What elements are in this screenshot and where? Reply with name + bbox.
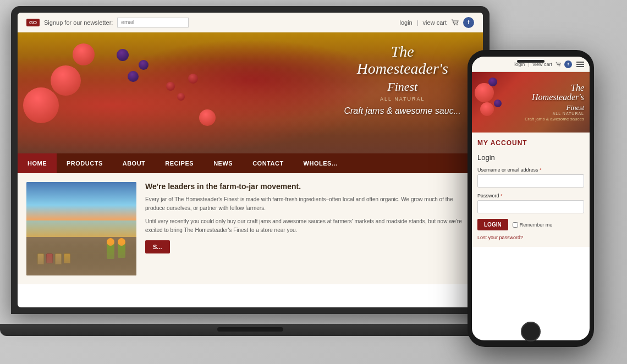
site-content: We're leaders in the farm-to-jar movemen… (18, 173, 483, 284)
site-hero: The Homesteader's Finest ALL NATURAL Cra… (18, 32, 483, 153)
site-nav: HOME PRODUCTS ABOUT RECIPES NEWS CONTACT… (18, 153, 483, 173)
go-button[interactable]: GO (26, 19, 40, 26)
phone-berry (488, 78, 497, 86)
berry-decoration (177, 93, 185, 101)
content-para2: Until very recently you could only buy o… (145, 217, 474, 235)
phone-berry (480, 102, 494, 116)
hamburger-menu[interactable] (575, 60, 585, 68)
phone-berry (494, 100, 502, 107)
berry-decoration (128, 71, 139, 82)
topbar-left: GO Signup for our newsletter: (26, 18, 189, 27)
berry-decoration (166, 82, 175, 91)
username-input[interactable] (477, 174, 584, 187)
berry-decoration (51, 65, 81, 96)
nav-products[interactable]: PRODUCTS (57, 153, 113, 173)
phone-device: login | view cart f (468, 50, 594, 347)
remember-checkbox[interactable] (513, 222, 518, 228)
laptop-body: GO Signup for our newsletter: login | vi… (11, 6, 490, 314)
topbar-right: login | view cart f (399, 17, 474, 28)
svg-point-0 (454, 24, 455, 25)
newsletter-label: Signup for our newsletter: (44, 19, 113, 26)
scene: GO Signup for our newsletter: login | vi… (11, 6, 616, 358)
account-title: MY ACCOUNT (477, 139, 584, 147)
newsletter-input[interactable] (117, 18, 189, 27)
phone-topbar: login | view cart f (472, 57, 590, 72)
nav-news[interactable]: NEWS (204, 153, 243, 173)
image-overlay (26, 242, 136, 275)
site-topbar: GO Signup for our newsletter: login | vi… (18, 13, 483, 32)
cta-button[interactable]: S... (145, 240, 170, 253)
password-input[interactable] (477, 200, 584, 213)
berry-decoration (73, 43, 95, 65)
farm-image (26, 182, 136, 275)
nav-about[interactable]: ABOUT (113, 153, 156, 173)
username-label: Username or email address * (477, 167, 584, 173)
content-para1: Every jar of The Homesteader's Finest is… (145, 195, 474, 213)
svg-point-1 (457, 24, 458, 25)
login-link[interactable]: login (399, 19, 412, 26)
hero-title: The Homesteader's Finest (344, 43, 461, 94)
phone-home-button[interactable] (521, 322, 541, 341)
facebook-icon[interactable]: f (463, 17, 474, 28)
viewcart-link[interactable]: view cart (423, 19, 447, 26)
berry-decoration (188, 74, 198, 84)
forgot-password-link[interactable]: Lost your password? (477, 235, 584, 240)
phone-cart-icon (556, 62, 561, 67)
phone-hero-tagline: Craft jams & awesome sauces (525, 117, 584, 122)
phone-speaker (517, 60, 544, 63)
berry-decoration (117, 49, 129, 61)
remember-me: Remember me (513, 222, 553, 228)
phone-account-section: MY ACCOUNT Login Username or email addre… (472, 133, 590, 247)
nav-home[interactable]: HOME (18, 153, 57, 173)
phone-screen: login | view cart f (472, 57, 590, 340)
phone-hero: The Homesteader's Finest ALL NATURAL Cra… (472, 72, 590, 133)
nav-wholesale[interactable]: WHOLES... (294, 153, 348, 173)
hero-overlay: The Homesteader's Finest ALL NATURAL Cra… (344, 43, 461, 116)
content-text: We're leaders in the farm-to-jar movemen… (145, 182, 474, 275)
phone-hero-title: The Homesteader's Finest (525, 83, 584, 112)
username-required: * (540, 167, 542, 173)
password-label: Password * (477, 193, 584, 198)
berry-decoration (139, 60, 148, 70)
phone-facebook-icon[interactable]: f (564, 60, 572, 68)
berry-decoration (23, 87, 59, 123)
nav-recipes[interactable]: RECIPES (155, 153, 204, 173)
content-heading: We're leaders in the farm-to-jar movemen… (145, 182, 474, 191)
cart-icon (451, 19, 459, 25)
password-required: * (501, 193, 503, 198)
svg-point-2 (558, 65, 558, 66)
login-heading: Login (477, 153, 584, 162)
laptop-screen: GO Signup for our newsletter: login | vi… (18, 13, 483, 307)
laptop-device: GO Signup for our newsletter: login | vi… (11, 6, 490, 336)
svg-point-3 (559, 65, 560, 66)
hero-subtitle: ALL NATURAL (344, 96, 461, 102)
phone-hero-logo: The Homesteader's Finest ALL NATURAL Cra… (525, 83, 584, 122)
nav-contact[interactable]: CONTACT (243, 153, 293, 173)
laptop-base (0, 324, 501, 336)
hero-tagline: Craft jams & awesome sauc... (344, 106, 461, 116)
phone-hero-subtitle: ALL NATURAL (525, 112, 584, 115)
berry-decoration (199, 109, 216, 126)
login-button[interactable]: LOGIN (477, 219, 508, 230)
topbar-divider: | (417, 19, 419, 26)
